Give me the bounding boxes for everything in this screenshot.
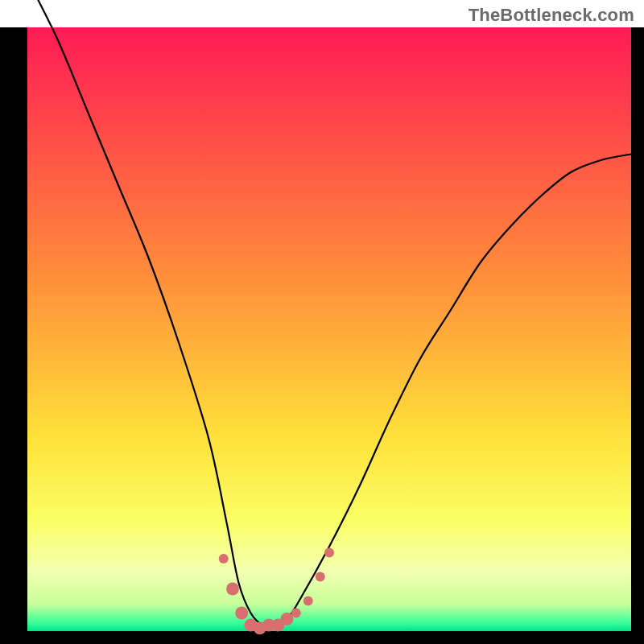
chart-stage: TheBottleneck.com — [0, 0, 644, 644]
frame-bottom — [0, 631, 644, 644]
curve-marker — [316, 572, 325, 582]
curve-marker — [303, 597, 313, 606]
curve-marker — [226, 583, 239, 596]
curve-marker — [219, 554, 229, 564]
gradient-background — [27, 27, 631, 631]
curve-marker — [324, 548, 334, 558]
watermark-label: TheBottleneck.com — [469, 5, 634, 26]
curve-marker — [235, 607, 248, 620]
frame-right — [631, 27, 644, 644]
curve-marker — [291, 609, 301, 618]
frame-left — [0, 27, 27, 644]
bottleneck-chart — [0, 0, 644, 644]
